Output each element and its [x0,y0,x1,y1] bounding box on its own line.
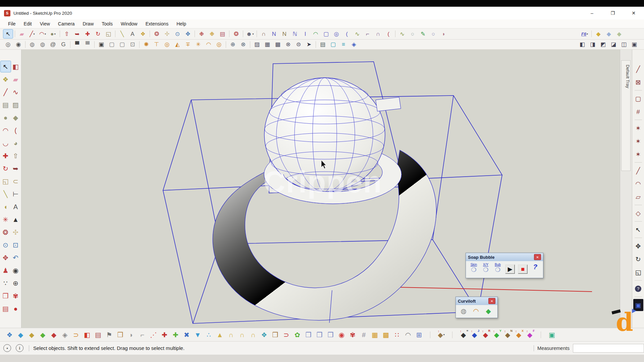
checker-icon-1[interactable]: ▨ [252,40,262,49]
freehand-tool[interactable]: ∿ [11,86,21,98]
offset-tool[interactable]: ⊂ [11,176,21,187]
bub-button[interactable]: Bub❍ [493,263,502,276]
red-oval-icon[interactable]: ◉ [337,330,346,340]
separator[interactable] [256,29,258,38]
orange-tool-lamp-icon[interactable]: ✺ [142,40,151,49]
zoom-tool[interactable]: ⊙ [1,239,11,250]
extension-red-icon-2[interactable]: ▤ [1,303,11,314]
window-icon-1[interactable]: ▢ [107,40,116,49]
line-tool[interactable]: ╱▾ [28,29,37,38]
push-pull-tool[interactable]: ⇧ [62,29,71,38]
separator[interactable] [634,119,643,121]
box-arrows-icon-3[interactable]: ❒ [326,330,335,340]
arc-green-icon[interactable]: ◠ [311,29,320,38]
face-style-xray[interactable]: ◧ [578,40,587,49]
separator[interactable] [93,40,96,49]
red-axis-line[interactable] [399,287,592,292]
component-gold-icon[interactable]: ❉ [207,29,217,38]
measurements-input[interactable] [573,344,644,353]
cap-curve-icon[interactable]: ∩ [373,29,383,38]
bezier-curve-icon[interactable]: N [269,29,279,38]
face-style-wireframe[interactable]: ◩ [598,40,608,49]
separator[interactable] [149,29,151,38]
lock-icon[interactable]: ⊡ [128,40,137,49]
separator[interactable] [194,29,196,38]
rotate-tool[interactable]: ↻ [93,29,103,38]
separator[interactable] [228,29,230,38]
separator[interactable] [14,29,16,38]
separator[interactable] [69,40,71,49]
bin-icon[interactable]: ❒ [270,330,280,340]
quad-icon[interactable]: ▱ [633,191,643,203]
menu-draw[interactable]: Draw [79,19,98,28]
loft-along-path-icon[interactable]: ◠ [471,306,481,316]
section-dark-icon[interactable]: ▀ [72,40,82,49]
separator[interactable] [225,40,227,49]
sliders-icon[interactable]: ≡ [339,40,348,49]
text-tool[interactable]: A [128,29,137,38]
orange-tool-stand-icon[interactable]: ⊤ [152,40,161,49]
loft-by-spline-icon[interactable]: ◍ [459,306,469,316]
fredo-diamond-icon-2[interactable]: ◆ [16,330,25,340]
star-burst-icon-2[interactable]: ✶ [633,135,643,147]
separator[interactable] [315,40,317,49]
joint-push-pull-joint[interactable]: ◆↑J [470,330,479,340]
fredo-diamond-icon-5[interactable]: ◆ [49,330,59,340]
line-tool[interactable]: ╱ [1,86,11,98]
orange-tool-dome-icon[interactable]: ◠ [204,40,213,49]
walk-tool[interactable]: ∵ [1,278,11,289]
polyline-icon[interactable]: ╱ [633,165,643,177]
eraser-tool[interactable]: ▰ [11,74,21,85]
spacer[interactable] [449,29,579,38]
checker-icon-5[interactable]: ⊜ [294,40,303,49]
fredo-diamond-icon-6[interactable]: ◈ [60,330,70,340]
bezier-poly-icon[interactable]: Ν [280,29,289,38]
separator[interactable] [634,279,643,282]
face-style-monochrome[interactable]: ▣ [630,40,639,49]
tape-measure-tool[interactable]: ╲ [117,29,127,38]
separator[interactable] [634,220,643,223]
film-icon[interactable]: ▤ [318,40,327,49]
close-icon[interactable]: ✕ [488,298,495,304]
help-icon[interactable]: ? [633,283,643,295]
select-arrow-icon[interactable]: ↖ [633,224,643,236]
view-cube-green[interactable]: ◆ [614,29,624,38]
bend-icon[interactable]: ⌐ [138,330,147,340]
separator[interactable] [536,330,546,340]
two-point-arc-tool[interactable]: ( [11,125,21,136]
previous-view-tool[interactable]: ↶ [11,252,21,263]
look-around-tool[interactable]: ◉ [11,265,21,276]
scale-tool[interactable]: ◱ [104,29,113,38]
rotated-rectangle-tool[interactable]: ▨ [11,99,21,110]
arc-red-icon[interactable]: ( [384,29,393,38]
star-burst-icon-1[interactable]: ✶ [633,122,643,134]
spacer[interactable] [360,40,577,49]
menu-file[interactable]: File [4,19,20,28]
water-drop-icon-1[interactable]: ▼ [193,330,203,340]
face-style-hidden-line[interactable]: ◪ [609,40,618,49]
zoom-extents-tool[interactable]: ✥ [183,29,193,38]
help-button[interactable]: ? [531,263,540,276]
menu-window[interactable]: Window [117,19,142,28]
materials-icon[interactable]: ▤ [218,29,227,38]
box-x-icon[interactable]: ⊠ [633,76,643,88]
red-square-icon[interactable]: ◧ [82,330,92,340]
make-component-tool[interactable]: ◧ [11,61,21,72]
play-button[interactable]: ▶ [505,264,515,274]
separator[interactable] [634,296,643,298]
horseshoe-icon-3[interactable]: ∩ [248,330,258,340]
bezier-arc-icon[interactable]: ∩ [259,29,268,38]
push-pull-menu-icon[interactable]: ◆↑▾ [436,330,446,340]
at-icon[interactable]: @ [48,40,58,49]
round-style-icon-1[interactable]: ◎ [3,40,13,49]
polygon-tool[interactable]: ◆ [11,112,21,123]
extension-red-icon-1[interactable]: ✾ [11,290,21,301]
curviloft-titlebar[interactable]: Curviloft ✕ [456,297,497,305]
view-cube-yellow[interactable]: ◆ [594,29,603,38]
sandbox-person-icon[interactable]: ☻▾ [245,29,255,38]
red-dots-icon[interactable]: ∷ [392,330,402,340]
flower-icon[interactable]: ✾ [348,330,358,340]
monitor-icon[interactable]: ▢ [328,40,338,49]
orbit-tool[interactable]: ❂ [1,227,11,238]
lined-box-icon[interactable]: ▤ [93,330,103,340]
